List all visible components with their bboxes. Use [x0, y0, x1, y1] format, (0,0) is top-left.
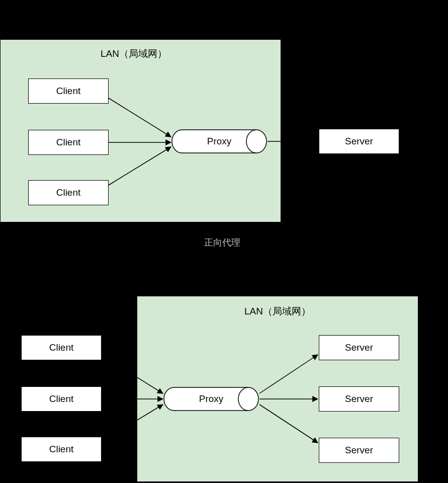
client-label: Client — [49, 444, 74, 455]
client-box: Client — [28, 180, 109, 205]
proxy-label: Proxy — [207, 136, 232, 147]
lan-title-reverse: LAN（局域网） — [244, 305, 311, 318]
server-box: Server — [319, 438, 399, 463]
client-box: Client — [21, 335, 102, 360]
lan-title-forward: LAN（局域网） — [101, 47, 167, 60]
client-label: Client — [56, 86, 81, 97]
client-label: Client — [49, 342, 74, 353]
proxy-node-reverse: Proxy — [163, 386, 259, 412]
server-label: Server — [345, 342, 373, 353]
server-label: Server — [345, 445, 373, 456]
server-box: Server — [319, 335, 399, 360]
proxy-label: Proxy — [199, 393, 224, 405]
server-box: Server — [319, 386, 399, 412]
svg-point-14 — [238, 387, 258, 411]
svg-point-4 — [246, 130, 266, 153]
proxy-node-forward: Proxy — [171, 129, 267, 154]
server-box: Server — [319, 129, 399, 154]
client-label: Client — [56, 187, 81, 198]
server-label: Server — [345, 393, 373, 405]
diagram-canvas: LAN（局域网） Client Client Client Proxy Serv… — [0, 0, 448, 483]
client-label: Client — [56, 137, 81, 148]
client-box: Client — [21, 437, 102, 462]
server-label: Server — [345, 136, 373, 147]
client-label: Client — [49, 393, 74, 405]
client-box: Client — [21, 386, 102, 412]
caption-forward: 正向代理 — [204, 236, 240, 249]
client-box: Client — [28, 78, 109, 104]
client-box: Client — [28, 130, 109, 155]
